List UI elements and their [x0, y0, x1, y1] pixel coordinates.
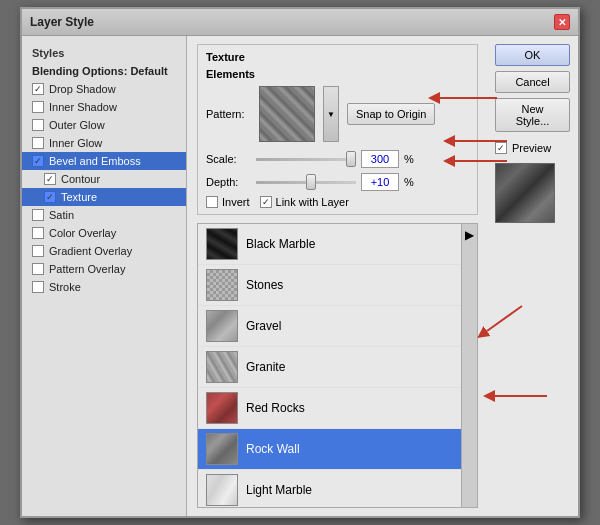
stroke-checkbox[interactable] [32, 281, 44, 293]
layer-style-dialog: Layer Style ✕ Styles Blending Options: D… [20, 7, 580, 518]
invert-text: Invert [222, 196, 250, 208]
svg-line-3 [487, 306, 522, 331]
link-layer-label[interactable]: Link with Layer [260, 196, 349, 208]
invert-checkbox[interactable] [206, 196, 218, 208]
texture-checkbox[interactable] [44, 191, 56, 203]
list-expand-button[interactable]: ▶ [461, 224, 477, 507]
dialog-body: Styles Blending Options: Default Drop Sh… [22, 36, 578, 516]
pattern-preview [259, 86, 315, 142]
sidebar-item-pattern-overlay[interactable]: Pattern Overlay [22, 260, 186, 278]
texture-item-rock-wall[interactable]: Rock Wall [198, 429, 461, 470]
granite-name: Granite [246, 360, 285, 374]
black-marble-name: Black Marble [246, 237, 315, 251]
texture-item-granite[interactable]: Granite [198, 347, 461, 388]
sidebar-item-texture[interactable]: Texture [22, 188, 186, 206]
sidebar-item-gradient-overlay[interactable]: Gradient Overlay [22, 242, 186, 260]
texture-item-gravel[interactable]: Gravel [198, 306, 461, 347]
close-button[interactable]: ✕ [554, 14, 570, 30]
contour-checkbox[interactable] [44, 173, 56, 185]
snap-to-origin-button[interactable]: Snap to Origin [347, 103, 435, 125]
pattern-dropdown-button[interactable]: ▼ [323, 86, 339, 142]
scale-slider[interactable] [256, 158, 356, 161]
gradient-overlay-checkbox[interactable] [32, 245, 44, 257]
invert-label[interactable]: Invert [206, 196, 250, 208]
depth-pct: % [404, 176, 414, 188]
gravel-thumb [206, 310, 238, 342]
checkboxes-row: Invert Link with Layer [206, 196, 469, 208]
drop-shadow-checkbox[interactable] [32, 83, 44, 95]
rock-wall-thumb [206, 433, 238, 465]
sidebar-item-contour[interactable]: Contour [22, 170, 186, 188]
inner-shadow-checkbox[interactable] [32, 101, 44, 113]
satin-checkbox[interactable] [32, 209, 44, 221]
color-overlay-checkbox[interactable] [32, 227, 44, 239]
elements-title: Elements [206, 68, 469, 80]
right-buttons-panel: OK Cancel New Style... Preview [495, 44, 570, 223]
preview-section: Preview [495, 142, 570, 154]
depth-label: Depth: [206, 176, 251, 188]
depth-value-input[interactable] [361, 173, 399, 191]
black-marble-thumb [206, 228, 238, 260]
preview-checkbox[interactable] [495, 142, 507, 154]
bevel-emboss-label: Bevel and Emboss [49, 155, 141, 167]
pattern-overlay-label: Pattern Overlay [49, 263, 125, 275]
sidebar-item-blending-options[interactable]: Blending Options: Default [22, 62, 186, 80]
granite-thumb [206, 351, 238, 383]
satin-label: Satin [49, 209, 74, 221]
inner-glow-label: Inner Glow [49, 137, 102, 149]
sidebar-item-outer-glow[interactable]: Outer Glow [22, 116, 186, 134]
stroke-label: Stroke [49, 281, 81, 293]
link-layer-checkbox[interactable] [260, 196, 272, 208]
light-marble-name: Light Marble [246, 483, 312, 497]
pattern-overlay-checkbox[interactable] [32, 263, 44, 275]
red-rocks-thumb [206, 392, 238, 424]
gravel-name: Gravel [246, 319, 281, 333]
scale-value-input[interactable] [361, 150, 399, 168]
texture-item-black-marble[interactable]: Black Marble [198, 224, 461, 265]
pattern-row: Pattern: ▼ Snap to Origin [206, 86, 469, 142]
color-overlay-label: Color Overlay [49, 227, 116, 239]
sidebar-item-drop-shadow[interactable]: Drop Shadow [22, 80, 186, 98]
outer-glow-label: Outer Glow [49, 119, 105, 131]
sidebar-item-satin[interactable]: Satin [22, 206, 186, 224]
blending-options-label: Blending Options: Default [32, 65, 168, 77]
depth-slider[interactable] [256, 181, 356, 184]
texture-list: Black Marble Stones Gravel [198, 224, 461, 507]
texture-item-red-rocks[interactable]: Red Rocks [198, 388, 461, 429]
light-marble-thumb [206, 474, 238, 506]
pattern-label: Pattern: [206, 108, 251, 120]
styles-header: Styles [22, 44, 186, 62]
sidebar-item-inner-shadow[interactable]: Inner Shadow [22, 98, 186, 116]
texture-section: Texture Elements Pattern: ▼ Snap to Orig… [197, 44, 478, 215]
texture-item-stones[interactable]: Stones [198, 265, 461, 306]
texture-list-container: ▶ Black Marble Stones Grave [197, 223, 478, 508]
depth-row: Depth: % [206, 173, 469, 191]
texture-item-light-marble[interactable]: Light Marble [198, 470, 461, 507]
inner-glow-checkbox[interactable] [32, 137, 44, 149]
sidebar-item-bevel-emboss[interactable]: Bevel and Emboss [22, 152, 186, 170]
scale-label: Scale: [206, 153, 251, 165]
sidebar-item-inner-glow[interactable]: Inner Glow [22, 134, 186, 152]
red-rocks-name: Red Rocks [246, 401, 305, 415]
left-panel: Styles Blending Options: Default Drop Sh… [22, 36, 187, 516]
link-layer-text: Link with Layer [276, 196, 349, 208]
texture-section-title: Texture [206, 51, 469, 63]
rock-wall-name: Rock Wall [246, 442, 300, 456]
drop-shadow-label: Drop Shadow [49, 83, 116, 95]
sidebar-item-color-overlay[interactable]: Color Overlay [22, 224, 186, 242]
scale-row: Scale: % [206, 150, 469, 168]
main-area: OK Cancel New Style... Preview Texture E… [187, 36, 578, 516]
bevel-emboss-checkbox[interactable] [32, 155, 44, 167]
sidebar-item-stroke[interactable]: Stroke [22, 278, 186, 296]
preview-label-text: Preview [512, 142, 551, 154]
stones-name: Stones [246, 278, 283, 292]
dialog-title: Layer Style [30, 15, 94, 29]
new-style-button[interactable]: New Style... [495, 98, 570, 132]
texture-label: Texture [61, 191, 97, 203]
cancel-button[interactable]: Cancel [495, 71, 570, 93]
stones-thumb [206, 269, 238, 301]
ok-button[interactable]: OK [495, 44, 570, 66]
scale-pct: % [404, 153, 414, 165]
outer-glow-checkbox[interactable] [32, 119, 44, 131]
gradient-overlay-label: Gradient Overlay [49, 245, 132, 257]
